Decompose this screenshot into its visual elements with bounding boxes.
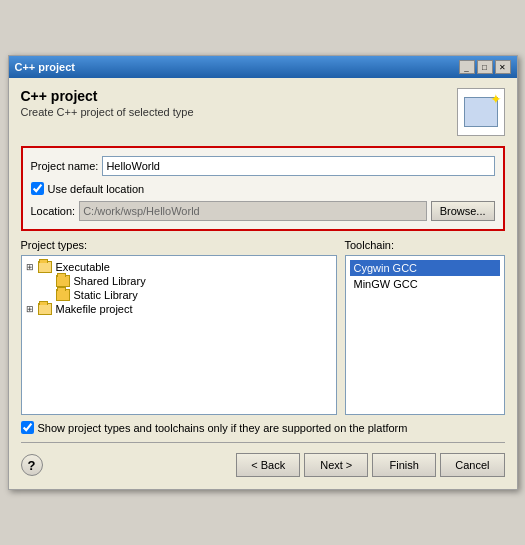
tree-item-makefile[interactable]: ⊞ Makefile project [26,302,332,316]
toolchain-title: Toolchain: [345,239,505,251]
folder-icon-static [56,289,70,301]
project-name-label: Project name: [31,160,99,172]
maximize-button[interactable]: □ [477,60,493,74]
tree-item-makefile-label: Makefile project [56,303,133,315]
folder-icon-shared [56,275,70,287]
project-config-box: Project name: Use default location Locat… [21,146,505,231]
location-row: Location: Browse... [31,201,495,221]
minimize-button[interactable]: _ [459,60,475,74]
button-separator [21,442,505,443]
folder-icon-makefile [38,303,52,315]
dialog-content: C++ project Create C++ project of select… [9,78,517,489]
titlebar-buttons: _ □ ✕ [459,60,511,74]
project-types-tree[interactable]: ⊞ Executable Shared Library S [21,255,337,415]
cancel-button[interactable]: Cancel [440,453,504,477]
toolchain-list[interactable]: Cygwin GCC MinGW GCC [345,255,505,415]
tree-item-static-label: Static Library [74,289,138,301]
project-types-column: Project types: ⊞ Executable Shared Libra… [21,239,337,415]
project-name-row: Project name: [31,156,495,176]
main-window: C++ project _ □ ✕ C++ project Create C++… [8,55,518,490]
expand-icon-executable: ⊞ [26,262,36,272]
help-button[interactable]: ? [21,454,43,476]
tree-item-executable[interactable]: ⊞ Executable [26,260,332,274]
project-types-title: Project types: [21,239,337,251]
tree-item-static-library[interactable]: Static Library [26,288,332,302]
location-input[interactable] [79,201,426,221]
close-button[interactable]: ✕ [495,60,511,74]
titlebar-title: C++ project [15,61,76,73]
types-toolchain-section: Project types: ⊞ Executable Shared Libra… [21,239,505,415]
header-text: C++ project Create C++ project of select… [21,88,194,118]
tree-item-shared-library[interactable]: Shared Library [26,274,332,288]
show-supported-checkbox[interactable] [21,421,34,434]
project-name-input[interactable] [102,156,494,176]
titlebar: C++ project _ □ ✕ [9,56,517,78]
tree-item-executable-label: Executable [56,261,110,273]
use-default-location-checkbox[interactable] [31,182,44,195]
dialog-title: C++ project [21,88,194,104]
finish-button[interactable]: Finish [372,453,436,477]
use-default-location-row: Use default location [31,182,495,195]
browse-button[interactable]: Browse... [431,201,495,221]
folder-icon-executable [38,261,52,273]
button-row: ? < Back Next > Finish Cancel [21,449,505,479]
tree-item-shared-label: Shared Library [74,275,146,287]
dialog-subtitle: Create C++ project of selected type [21,106,194,118]
next-button[interactable]: Next > [304,453,368,477]
toolchain-column: Toolchain: Cygwin GCC MinGW GCC [345,239,505,415]
back-button[interactable]: < Back [236,453,300,477]
header-section: C++ project Create C++ project of select… [21,88,505,136]
use-default-location-label: Use default location [48,183,145,195]
nav-buttons: < Back Next > Finish Cancel [236,453,504,477]
toolchain-item-cygwin[interactable]: Cygwin GCC [350,260,500,276]
expand-icon-makefile: ⊞ [26,304,36,314]
toolchain-item-mingw[interactable]: MinGW GCC [350,276,500,292]
header-icon: ✦ [457,88,505,136]
star-icon: ✦ [490,91,502,107]
location-label: Location: [31,205,76,217]
bottom-checkbox-row: Show project types and toolchains only i… [21,421,505,434]
show-supported-label: Show project types and toolchains only i… [38,422,408,434]
